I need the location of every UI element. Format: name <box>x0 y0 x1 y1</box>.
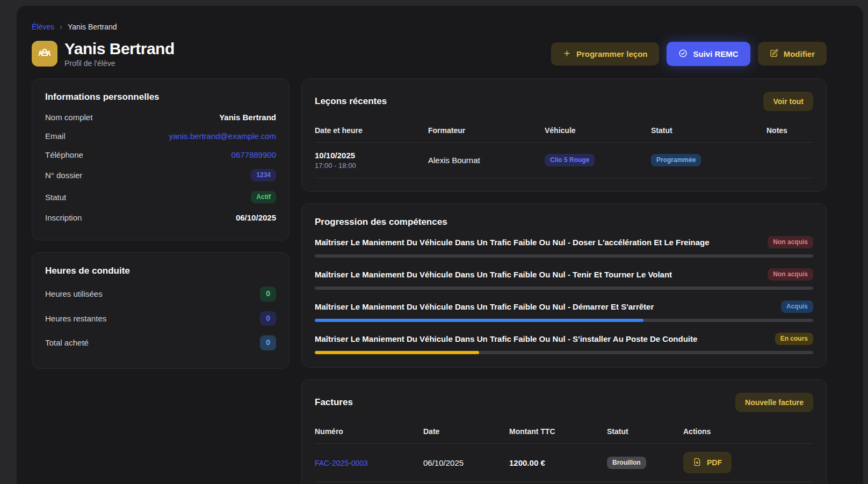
page-title: Yanis Bertrand <box>64 40 175 57</box>
col-status: Statut <box>651 126 766 135</box>
skill-item: Maîtriser Le Maniement Du Véhicule Dans … <box>315 300 813 322</box>
personal-info-card: Informations personnelles Nom complet Ya… <box>32 78 290 240</box>
invoice-date: 06/10/2025 <box>423 458 509 467</box>
info-row-status: Statut Actif <box>45 186 276 208</box>
breadcrumb-link-eleves[interactable]: Élèves <box>32 23 54 31</box>
col-notes: Notes <box>766 126 813 135</box>
lesson-instructor: Alexis Bournat <box>428 156 545 165</box>
edit-label: Modifier <box>784 50 815 58</box>
email-link[interactable]: yanis.bertrand@example.com <box>169 131 276 141</box>
skill-label: Maîtriser Le Maniement Du Véhicule Dans … <box>315 302 654 311</box>
progress-bar <box>315 351 813 354</box>
invoice-pdf-button[interactable]: PDF <box>683 452 732 473</box>
lessons-table-header: Date et heure Formateur Véhicule Statut … <box>315 121 813 143</box>
lesson-row: 10/10/2025 17:00 - 18:00 Alexis Bournat … <box>315 143 813 178</box>
col-date: Date et heure <box>315 126 428 135</box>
phone-link[interactable]: 0677889900 <box>232 150 276 159</box>
edit-pencil-icon <box>770 49 778 58</box>
col-date: Date <box>423 427 509 436</box>
hours-used-badge: 0 <box>260 287 276 302</box>
col-status: Statut <box>607 427 683 436</box>
vehicle-badge: Clio 5 Rouge <box>545 154 595 166</box>
remc-tracking-button[interactable]: Suivi REMC <box>667 42 750 66</box>
progress-bar <box>315 254 813 258</box>
lesson-time: 17:00 - 18:00 <box>315 162 428 170</box>
info-row-email: Email yanis.bertrand@example.com <box>45 127 276 145</box>
col-number: Numéro <box>315 427 423 436</box>
invoice-status-badge: Brouillon <box>607 457 646 469</box>
page-header: Yanis Bertrand Profil de l'élève Program… <box>32 40 827 68</box>
col-instructor: Formateur <box>428 126 545 135</box>
info-label: Heures utilisées <box>45 289 103 298</box>
info-row-fullname: Nom complet Yanis Bertrand <box>45 108 276 127</box>
skill-label: Maîtriser Le Maniement Du Véhicule Dans … <box>315 270 672 279</box>
status-badge: Actif <box>251 191 276 203</box>
skills-progress-card: Progression des compétences Maîtriser Le… <box>301 203 827 368</box>
recent-lessons-title: Leçons récentes <box>315 96 387 107</box>
skill-status-badge: Non acquis <box>768 268 813 281</box>
invoices-title: Factures <box>315 397 353 408</box>
info-label: Nom complet <box>45 113 92 122</box>
info-row-registration: Inscription 06/10/2025 <box>45 208 276 227</box>
info-label: Téléphone <box>45 150 83 159</box>
skill-item: Maîtriser Le Maniement Du Véhicule Dans … <box>315 236 813 258</box>
right-column: Leçons récentes Voir tout Date et heure … <box>301 78 827 484</box>
skill-status-badge: En cours <box>775 333 813 345</box>
hours-row-remaining: Heures restantes 0 <box>45 306 276 331</box>
skill-label: Maîtriser Le Maniement Du Véhicule Dans … <box>315 334 697 343</box>
driving-hours-card: Heures de conduite Heures utilisées 0 He… <box>32 252 290 369</box>
file-number-badge: 1234 <box>251 169 276 181</box>
schedule-lesson-button[interactable]: Programmer leçon <box>551 42 660 65</box>
schedule-lesson-label: Programmer leçon <box>576 50 648 58</box>
title-block: Yanis Bertrand Profil de l'élève <box>64 40 175 68</box>
header-actions: Programmer leçon Suivi REMC Modifier <box>551 42 827 66</box>
info-row-phone: Téléphone 0677889900 <box>45 145 276 164</box>
main-panel: Élèves › Yanis Bertrand Yanis Bertrand P… <box>16 5 864 484</box>
invoice-row: FAC-2025-0003 06/10/2025 1200.00 € Broui… <box>315 444 813 482</box>
invoice-number-link[interactable]: FAC-2025-0003 <box>315 459 368 467</box>
view-all-button[interactable]: Voir tout <box>763 92 813 111</box>
breadcrumb: Élèves › Yanis Bertrand <box>32 22 827 31</box>
progress-bar <box>315 319 813 322</box>
file-download-icon <box>693 458 701 467</box>
info-label: N° dossier <box>45 171 82 180</box>
invoice-pdf-label: PDF <box>707 459 722 466</box>
skills-progress-title: Progression des compétences <box>315 217 813 228</box>
lesson-datetime: 10/10/2025 17:00 - 18:00 <box>315 151 428 170</box>
new-invoice-button[interactable]: Nouvelle facture <box>735 393 813 412</box>
chevron-right-icon: › <box>60 22 62 31</box>
hours-remaining-badge: 0 <box>260 311 276 326</box>
skill-item: Maîtriser Le Maniement Du Véhicule Dans … <box>315 268 813 290</box>
check-circle-icon <box>678 49 688 59</box>
hours-row-used: Heures utilisées 0 <box>45 282 276 306</box>
driving-hours-title: Heures de conduite <box>45 266 276 276</box>
lessons-table: Date et heure Formateur Véhicule Statut … <box>315 121 813 178</box>
progress-bar-fill <box>315 351 479 354</box>
info-label: Statut <box>45 193 66 202</box>
info-value-registration: 06/10/2025 <box>236 213 276 222</box>
col-vehicle: Véhicule <box>545 126 651 135</box>
invoices-card: Factures Nouvelle facture Numéro Date Mo… <box>301 379 827 484</box>
plus-icon <box>563 49 571 58</box>
student-avatar <box>32 41 57 67</box>
invoices-table-header: Numéro Date Montant TTC Statut Actions <box>315 422 813 444</box>
personal-info-title: Informations personnelles <box>45 92 276 102</box>
left-column: Informations personnelles Nom complet Ya… <box>32 78 290 369</box>
users-group-icon <box>37 45 52 62</box>
page-subtitle: Profil de l'élève <box>64 59 175 68</box>
info-label: Total acheté <box>45 338 89 347</box>
skill-status-badge: Acquis <box>781 300 813 313</box>
breadcrumb-current: Yanis Bertrand <box>68 23 117 31</box>
progress-bar <box>315 287 813 290</box>
hours-row-total: Total acheté 0 <box>45 331 276 355</box>
skill-status-badge: Non acquis <box>768 236 813 248</box>
info-label: Inscription <box>45 213 82 222</box>
invoice-amount: 1200.00 € <box>509 458 607 467</box>
edit-button[interactable]: Modifier <box>758 42 827 65</box>
col-actions: Actions <box>683 427 813 436</box>
skill-item: Maîtriser Le Maniement Du Véhicule Dans … <box>315 333 813 354</box>
progress-bar-fill <box>315 319 643 322</box>
info-row-file-number: N° dossier 1234 <box>45 164 276 186</box>
info-label: Heures restantes <box>45 314 106 323</box>
info-value-fullname: Yanis Bertrand <box>219 113 276 122</box>
